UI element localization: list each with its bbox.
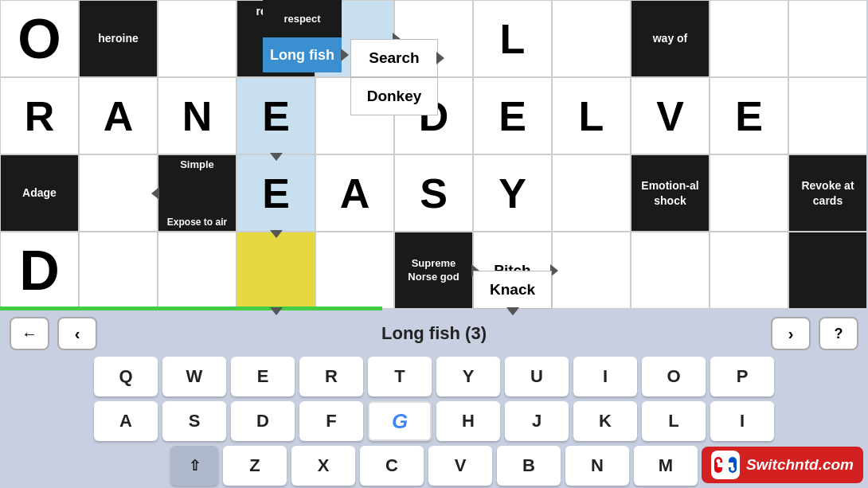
hint-respect-dd: respect xyxy=(263,0,342,37)
cell-r3c10 xyxy=(788,232,867,309)
key-k[interactable]: K xyxy=(573,401,637,441)
clue-bar: ← ‹ Long fish (3) › ? xyxy=(0,310,868,357)
cell-heroine: heroine xyxy=(79,0,158,77)
arrow-right-dd xyxy=(341,49,349,61)
crossword-container: O heroine respect L way of respect L xyxy=(0,0,868,310)
cell-r3c0[interactable]: D xyxy=(0,232,79,309)
key-z[interactable]: Z xyxy=(223,446,287,486)
keyboard-area: ← ‹ Long fish (3) › ? Q W E R T Y U I O … xyxy=(0,310,868,488)
cell-r3c4[interactable] xyxy=(315,232,394,309)
cell-r2c6[interactable]: Y xyxy=(473,154,552,232)
cell-r1c10[interactable] xyxy=(788,77,867,154)
key-y[interactable]: Y xyxy=(436,357,500,396)
arrow-left-r2c2 xyxy=(151,187,159,200)
key-e[interactable]: E xyxy=(231,357,295,396)
key-l[interactable]: L xyxy=(642,401,706,441)
key-x[interactable]: X xyxy=(291,446,355,486)
cell-r1c8[interactable]: V xyxy=(631,77,710,154)
key-r[interactable]: R xyxy=(299,357,363,396)
cell-r2c4[interactable]: A xyxy=(315,154,394,232)
key-q[interactable]: Q xyxy=(94,357,158,396)
back-button[interactable]: ← xyxy=(10,317,49,350)
cell-r0c10[interactable] xyxy=(788,0,867,77)
clue-display: Long fish (3) xyxy=(105,323,763,344)
prev-clue-button[interactable]: ‹ xyxy=(57,317,97,350)
key-c[interactable]: C xyxy=(360,446,424,486)
cell-adage: Adage xyxy=(0,154,79,232)
cell-r0c2[interactable] xyxy=(158,0,237,77)
nintendo-text: Switchntd.com xyxy=(746,456,854,474)
arrow-down-r1c3 xyxy=(270,153,283,161)
svg-rect-3 xyxy=(717,463,733,467)
arrow-right-search xyxy=(436,52,444,64)
cell-r1c2[interactable]: N xyxy=(158,77,237,154)
keyboard-row-1: Q W E R T Y U I O P xyxy=(5,357,863,396)
key-i2[interactable]: I xyxy=(710,401,774,441)
dropdown-knack[interactable]: Knack xyxy=(473,271,552,309)
cell-r3c3-yellow[interactable] xyxy=(237,232,315,309)
cell-r0c9[interactable] xyxy=(710,0,788,77)
key-u[interactable]: U xyxy=(505,357,569,396)
cell-revoke: Revoke at cards xyxy=(788,154,867,232)
dropdown-search[interactable]: Search xyxy=(350,39,438,77)
nintendo-badge: Switchntd.com xyxy=(702,447,863,483)
key-p[interactable]: P xyxy=(710,357,774,396)
key-m[interactable]: M xyxy=(634,446,698,486)
cell-r1c3[interactable]: E xyxy=(237,77,315,154)
nintendo-logo xyxy=(711,451,740,479)
key-g[interactable]: G xyxy=(368,401,432,441)
cell-r2c7[interactable] xyxy=(552,154,631,232)
key-shift[interactable]: ⇧ xyxy=(170,446,218,486)
hint-expose: Expose to air xyxy=(158,217,236,228)
cell-r0c6[interactable]: L xyxy=(473,0,552,77)
cell-r3c1[interactable] xyxy=(79,232,158,309)
cell-r3c2[interactable] xyxy=(158,232,237,309)
cell-r3c8[interactable] xyxy=(631,232,710,309)
key-i[interactable]: I xyxy=(573,357,637,396)
key-d[interactable]: D xyxy=(231,401,295,441)
key-s[interactable]: S xyxy=(162,401,226,441)
key-h[interactable]: H xyxy=(436,401,500,441)
cell-r2c3[interactable]: E xyxy=(237,154,315,232)
cell-r0c0[interactable]: O xyxy=(0,0,79,77)
key-n[interactable]: N xyxy=(565,446,629,486)
progress-bar xyxy=(0,306,382,310)
next-clue-button[interactable]: › xyxy=(771,317,811,350)
svg-point-4 xyxy=(716,459,720,463)
arrow-down-r2c3 xyxy=(270,230,283,238)
cell-r3c9[interactable] xyxy=(710,232,788,309)
cell-r2c1[interactable] xyxy=(79,154,158,232)
cell-r1c6[interactable]: E xyxy=(473,77,552,154)
cell-r1c7[interactable]: L xyxy=(552,77,631,154)
cell-r1c0[interactable]: R xyxy=(0,77,79,154)
dropdown-donkey[interactable]: Donkey xyxy=(350,77,438,115)
key-v[interactable]: V xyxy=(428,446,492,486)
cell-wayof: way of xyxy=(631,0,710,77)
key-f[interactable]: F xyxy=(299,401,363,441)
cell-r1c1[interactable]: A xyxy=(79,77,158,154)
cell-simple-expose: Simple Expose to air xyxy=(158,154,237,232)
keyboard-row-2: A S D F G H J K L I xyxy=(5,401,863,441)
cell-r2c9[interactable] xyxy=(710,154,788,232)
cell-supreme: Supreme Norse god xyxy=(394,232,473,309)
cell-r0c7[interactable] xyxy=(552,0,631,77)
key-t[interactable]: T xyxy=(368,357,432,396)
dropdown-longfish-selected[interactable]: Long fish xyxy=(263,37,342,72)
cell-r3c7[interactable] xyxy=(552,232,631,309)
key-b[interactable]: B xyxy=(497,446,561,486)
key-o[interactable]: O xyxy=(642,357,706,396)
cell-r2c5[interactable]: S xyxy=(394,154,473,232)
arrow-down-r3c3 xyxy=(270,307,283,315)
cell-emotional: Emotion-al shock xyxy=(631,154,710,232)
key-w[interactable]: W xyxy=(162,357,226,396)
cell-r1c9[interactable]: E xyxy=(710,77,788,154)
arrow-down-knack xyxy=(506,307,519,315)
key-j[interactable]: J xyxy=(505,401,569,441)
hint-simple: Simple xyxy=(158,158,236,170)
key-a[interactable]: A xyxy=(94,401,158,441)
help-button[interactable]: ? xyxy=(819,317,858,350)
svg-point-5 xyxy=(730,467,734,471)
